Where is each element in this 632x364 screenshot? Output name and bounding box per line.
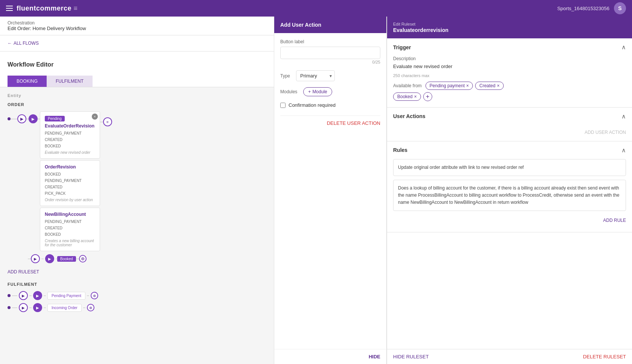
- close-node-button[interactable]: ×: [92, 114, 98, 120]
- orchestration-subtitle: Edit Order: Home Delivery Workflow: [8, 26, 86, 31]
- add-tag-button[interactable]: +: [423, 92, 432, 101]
- button-label-field: Button label 0/25: [280, 39, 380, 64]
- tag-pending-payment-close[interactable]: ×: [466, 83, 469, 88]
- description-value: Evaluate new revised order: [393, 63, 626, 70]
- breadcrumb: ← ALL FLOWS: [0, 35, 274, 52]
- add-node-btn[interactable]: ▶: [17, 114, 29, 123]
- node-new-billing-account[interactable]: NewBillingAccount PENDING_PAYMENT CREATE…: [40, 208, 100, 251]
- add-user-action-link[interactable]: ADD USER ACTION: [393, 128, 626, 136]
- orchestration-header: Orchestration Edit Order: Home Delivery …: [0, 17, 274, 35]
- tag-booked-close[interactable]: ×: [414, 94, 417, 99]
- trigger-toggle-icon: ∧: [621, 44, 626, 51]
- end-circle: ≡: [103, 117, 112, 126]
- nav-left: fluentcommerce ≡: [6, 5, 78, 12]
- add-user-action-panel: Add User Action Button label 0/25 Type P…: [274, 17, 387, 364]
- type-select[interactable]: Primary Secondary Danger: [296, 70, 335, 81]
- flow-canvas: Entity ORDER ▶: [0, 87, 274, 352]
- nav-right: Sports_1648015323056 S: [557, 2, 626, 14]
- modules-row: Modules + Module: [280, 87, 380, 96]
- add-ruleset-area: ADD RULESET: [8, 269, 266, 275]
- workflow-editor-title: Workflow Editor: [8, 55, 266, 74]
- incoming-order-badge: Incoming Order: [47, 304, 82, 312]
- confirmation-required-row: Confirmation required: [280, 102, 380, 108]
- type-select-wrapper: Primary Secondary Danger: [296, 70, 335, 81]
- rules-toggle: ∧: [621, 147, 626, 154]
- avatar[interactable]: S: [614, 2, 626, 14]
- orchestration-label: Orchestration: [8, 20, 86, 26]
- tab-fulfilment[interactable]: FULFILMENT: [47, 76, 93, 87]
- end-connector: ≡: [100, 117, 112, 126]
- description-label: Description: [393, 56, 626, 61]
- edit-ruleset-footer: HIDE RULESET DELETE RULESET: [387, 349, 632, 364]
- user-actions-section: User Actions ∧ ADD USER ACTION: [387, 108, 632, 141]
- add-module-button[interactable]: + Module: [303, 87, 332, 96]
- edit-ruleset-panel: Edit Ruleset Evaluateorderrevision Trigg…: [387, 17, 632, 364]
- play-connector: ▶: [29, 114, 40, 123]
- rules-section-header[interactable]: Rules ∧: [387, 141, 632, 159]
- button-label-input[interactable]: [280, 47, 380, 59]
- workflow-title-area: Workflow Editor BOOKING FULFILMENT: [0, 52, 274, 87]
- hamburger-menu[interactable]: [6, 6, 13, 11]
- username: Sports_1648015323056: [557, 6, 609, 11]
- user-actions-toggle: ∧: [621, 113, 626, 120]
- order-label: ORDER: [8, 102, 266, 107]
- node-3-statuses: PENDING_PAYMENT CREATED BOOKED: [45, 218, 95, 238]
- node-name-2: OrderRevision: [45, 164, 95, 170]
- hide-ruleset-button[interactable]: HIDE RULESET: [393, 354, 429, 359]
- node-2-statuses: BOOKED PENDING_PAYMENT CREATED PICK_PACK: [45, 171, 95, 197]
- modules-label: Modules: [280, 89, 297, 94]
- tag-created: Created ×: [475, 82, 504, 90]
- node-name-3: NewBillingAccount: [45, 212, 95, 217]
- edit-ruleset-header: Edit Ruleset Evaluateorderrevision: [387, 17, 632, 38]
- booked-badge: Booked: [57, 256, 76, 262]
- node-2-description: Order revision by user action: [45, 198, 95, 202]
- char-limit: 250 characters max: [393, 73, 626, 78]
- booked-row: ▶ ▶ Booked ⊕: [8, 254, 266, 263]
- available-from-label: Available from: [393, 83, 422, 88]
- start-dot: [8, 117, 11, 120]
- add-user-action-header: Add User Action: [274, 17, 386, 33]
- tag-booked: Booked ×: [393, 93, 421, 101]
- char-count: 0/25: [280, 60, 380, 64]
- user-actions-header[interactable]: User Actions ∧: [387, 108, 632, 125]
- tag-created-text: Created: [479, 83, 495, 88]
- trigger-section-body: Description Evaluate new revised order 2…: [387, 56, 632, 107]
- play-icon: ▶: [29, 114, 38, 123]
- rule-2-text: Does a lookup of billing account for the…: [398, 185, 619, 205]
- edit-ruleset-body: Trigger ∧ Description Evaluate new revis…: [387, 38, 632, 349]
- add-ruleset-button[interactable]: ADD RULESET: [8, 269, 266, 275]
- all-flows-link[interactable]: ← ALL FLOWS: [8, 41, 266, 46]
- pending-badge: Pending: [45, 116, 65, 121]
- start-connector: [8, 117, 17, 120]
- delete-user-action-button[interactable]: DELETE USER ACTION: [280, 115, 380, 130]
- booked-connector: ▶ ▶: [31, 254, 57, 263]
- trigger-title: Trigger: [393, 44, 411, 50]
- rule-card-1: Update original order attribute with lin…: [393, 159, 626, 176]
- tag-created-close[interactable]: ×: [497, 83, 500, 88]
- edit-ruleset-label: Edit Ruleset: [393, 22, 626, 26]
- brand-logo: fluentcommerce ≡: [17, 5, 78, 12]
- hide-button[interactable]: HIDE: [369, 354, 380, 359]
- tag-booked-text: Booked: [397, 94, 413, 99]
- confirmation-required-label: Confirmation required: [289, 102, 336, 108]
- app-layout: Orchestration Edit Order: Home Delivery …: [0, 17, 632, 364]
- node-order-revision[interactable]: OrderRevision BOOKED PENDING_PAYMENT CRE…: [40, 160, 100, 206]
- available-from-row-2: Booked × +: [393, 92, 626, 101]
- plus-icon: +: [308, 89, 311, 94]
- node-3-description: Creates a new billing account for the cu…: [45, 239, 95, 247]
- back-arrow-icon: ←: [8, 41, 12, 46]
- orchestration-info: Orchestration Edit Order: Home Delivery …: [8, 20, 86, 31]
- button-label-label: Button label: [280, 39, 380, 44]
- order-section: ORDER ▶ ▶: [8, 102, 266, 263]
- tab-booking[interactable]: BOOKING: [8, 76, 47, 87]
- add-user-action-footer: HIDE: [274, 349, 386, 364]
- tag-pending-payment-text: Pending payment: [430, 83, 465, 88]
- confirmation-required-checkbox[interactable]: [280, 103, 286, 108]
- add-user-action-title: Add User Action: [280, 22, 321, 28]
- trigger-section-header[interactable]: Trigger ∧: [387, 38, 632, 56]
- node-evaluate-order-revision[interactable]: Pending × EvaluateOrderRevision PENDING_…: [40, 111, 100, 159]
- node-stack: Pending × EvaluateOrderRevision PENDING_…: [40, 111, 100, 251]
- delete-ruleset-button[interactable]: DELETE RULESET: [583, 354, 626, 359]
- available-from-row: Available from Pending payment × Created…: [393, 82, 626, 90]
- add-rule-button[interactable]: ADD RULE: [393, 215, 626, 226]
